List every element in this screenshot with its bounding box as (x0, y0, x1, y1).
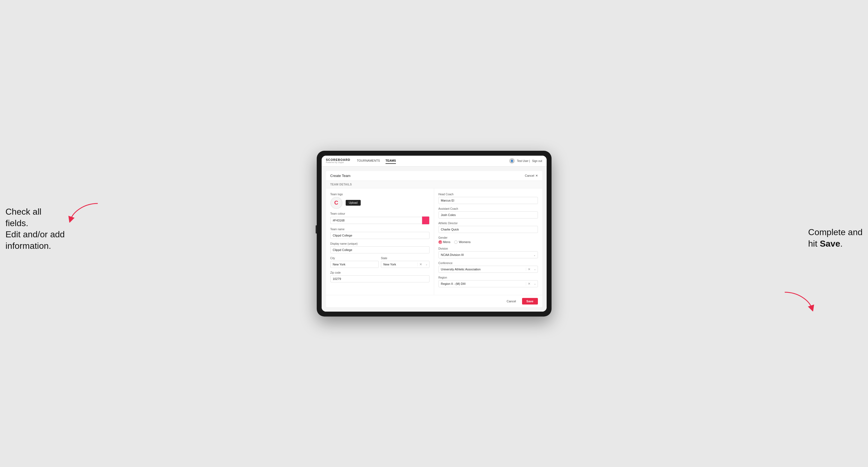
brand-title: SCOREBOARD (326, 158, 350, 161)
state-value: New York (381, 261, 417, 268)
state-arrow-icon[interactable]: ⌄ (424, 263, 429, 266)
region-clear-icon[interactable]: ✕ (526, 282, 532, 286)
city-state-row: City State New York ✕ ⌄ (330, 257, 430, 268)
cancel-button[interactable]: Cancel (503, 298, 520, 305)
tablet-side-button (316, 225, 317, 234)
assistant-coach-field: Assistant Coach (438, 207, 538, 218)
display-name-label: Display name (unique) (330, 242, 430, 245)
gender-radio-group: Mens Womens (438, 240, 538, 244)
form-right: Head Coach Assistant Coach Athletic Dire… (434, 188, 542, 295)
section-header: TEAM DETAILS (326, 181, 542, 188)
arrow-left-annotation (68, 201, 100, 223)
region-field: Region Region II - (M) DIII ✕ ⌄ (438, 276, 538, 287)
head-coach-label: Head Coach (438, 193, 538, 196)
region-select-wrapper: Region II - (M) DIII ✕ ⌄ (438, 280, 538, 287)
team-colour-field: Team colour (330, 212, 430, 224)
head-coach-input[interactable] (438, 197, 538, 204)
navbar: SCOREBOARD Powered by clippd TOURNAMENTS… (322, 156, 547, 166)
form-footer: Cancel Save (326, 295, 542, 307)
region-label: Region (438, 276, 538, 279)
team-name-field: Team name (330, 228, 430, 239)
close-icon: ✕ (535, 174, 538, 178)
head-coach-field: Head Coach (438, 193, 538, 204)
conference-arrow-icon[interactable]: ⌄ (532, 268, 538, 271)
form-left: Team logo C Upload Team colour (326, 188, 434, 295)
mens-radio-circle (438, 240, 442, 244)
state-label: State (381, 257, 430, 260)
team-name-input[interactable] (330, 232, 430, 239)
user-avatar: 👤 (509, 158, 515, 164)
gender-field: Gender Mens (438, 236, 538, 244)
nav-tournaments[interactable]: TOURNAMENTS (357, 158, 380, 164)
division-select[interactable]: NCAA Division III (438, 251, 538, 258)
brand-logo: SCOREBOARD Powered by clippd (326, 158, 350, 163)
signout-link[interactable]: Sign out (532, 159, 542, 162)
womens-radio-circle (454, 240, 458, 244)
athletic-director-label: Athletic Director (438, 222, 538, 225)
form-panel: Create Team Cancel ✕ TEAM DETAILS (326, 171, 542, 307)
team-colour-input[interactable] (330, 217, 422, 224)
logo-circle: C (330, 197, 342, 209)
team-name-label: Team name (330, 228, 430, 231)
team-logo-label: Team logo (330, 193, 430, 196)
annotation-right: Complete andhit Save. (808, 227, 863, 249)
assistant-coach-label: Assistant Coach (438, 207, 538, 210)
arrow-right-annotation (782, 289, 815, 312)
region-arrow-icon[interactable]: ⌄ (532, 282, 538, 285)
cancel-top[interactable]: Cancel ✕ (525, 174, 538, 178)
gender-womens-option[interactable]: Womens (454, 240, 470, 244)
form-title: Create Team (330, 174, 350, 178)
display-name-field: Display name (unique) (330, 242, 430, 253)
main-content: Create Team Cancel ✕ TEAM DETAILS (322, 166, 547, 312)
conference-field: Conference University Athletic Associati… (438, 261, 538, 273)
team-logo-field: Team logo C Upload (330, 193, 430, 209)
conference-select-wrapper: University Athletic Association ✕ ⌄ (438, 266, 538, 273)
team-colour-label: Team colour (330, 212, 430, 215)
annotation-left: Check all fields. Edit and/or add inform… (5, 206, 65, 251)
logo-area: C Upload (330, 197, 430, 209)
athletic-director-input[interactable] (438, 226, 538, 233)
page-wrapper: Check all fields. Edit and/or add inform… (0, 0, 868, 467)
gender-label: Gender (438, 236, 538, 239)
mens-label: Mens (443, 240, 451, 244)
conference-label: Conference (438, 261, 538, 264)
assistant-coach-input[interactable] (438, 211, 538, 218)
nav-teams[interactable]: TEAMS (385, 158, 396, 164)
color-input-wrapper (330, 216, 430, 224)
division-field: Division NCAA Division III (438, 247, 538, 258)
region-value: Region II - (M) DIII (439, 280, 526, 287)
user-label: Test User | (517, 159, 530, 162)
save-button[interactable]: Save (522, 298, 538, 305)
city-input[interactable] (330, 261, 379, 268)
zipcode-input[interactable] (330, 275, 430, 282)
division-label: Division (438, 247, 538, 250)
form-body: Team logo C Upload Team colour (326, 188, 542, 295)
nav-links: TOURNAMENTS TEAMS (357, 158, 509, 164)
color-swatch[interactable] (422, 216, 430, 224)
city-field: City (330, 257, 379, 268)
womens-label: Womens (459, 240, 470, 244)
division-select-wrapper: NCAA Division III (438, 251, 538, 258)
state-select-wrapper: New York ✕ ⌄ (381, 261, 430, 268)
gender-mens-option[interactable]: Mens (438, 240, 451, 244)
navbar-right: 👤 Test User | Sign out (509, 158, 542, 164)
city-label: City (330, 257, 379, 260)
state-field: State New York ✕ ⌄ (381, 257, 430, 268)
athletic-director-field: Athletic Director (438, 222, 538, 233)
conference-value: University Athletic Association (439, 266, 526, 273)
upload-button[interactable]: Upload (346, 200, 361, 206)
state-clear-icon[interactable]: ✕ (417, 262, 424, 266)
form-header: Create Team Cancel ✕ (326, 171, 542, 181)
display-name-input[interactable] (330, 246, 430, 253)
zipcode-field: Zip code (330, 271, 430, 282)
mens-radio-dot (439, 241, 441, 243)
brand-sub: Powered by clippd (326, 161, 350, 163)
zipcode-label: Zip code (330, 271, 430, 274)
conference-clear-icon[interactable]: ✕ (526, 268, 532, 271)
tablet-screen: SCOREBOARD Powered by clippd TOURNAMENTS… (322, 156, 547, 312)
tablet-device: SCOREBOARD Powered by clippd TOURNAMENTS… (317, 151, 552, 316)
